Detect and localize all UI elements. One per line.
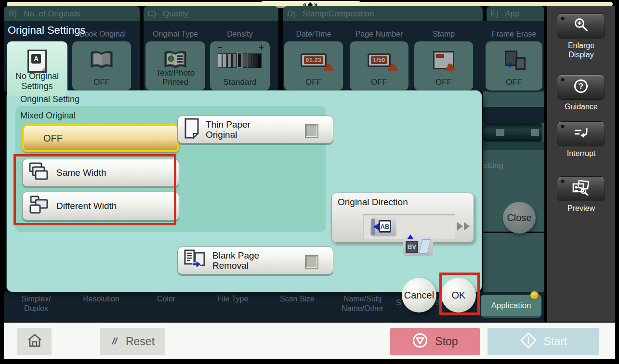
enlarge-display-button[interactable]: [557, 13, 605, 39]
svg-text:?: ?: [579, 82, 583, 91]
reset-slashes-icon: [110, 335, 119, 348]
home-button[interactable]: [17, 328, 52, 355]
original-direction-label: Original Direction: [338, 197, 408, 208]
cancel-button[interactable]: Cancel: [402, 278, 436, 312]
page-title: Original Settings: [8, 24, 85, 37]
thin-paper-original-button[interactable]: Thin Paper Original: [177, 116, 333, 143]
bottom-toolbar: Reset Stop Start: [4, 323, 615, 359]
thin-paper-icon: [184, 118, 200, 142]
mixed-original-label: Mixed Original: [20, 111, 76, 121]
annotation-box-ok: [439, 273, 480, 315]
start-icon: [520, 332, 537, 352]
mixed-original-off-button[interactable]: OFF: [22, 124, 179, 152]
preview-icon: [572, 180, 590, 197]
direction-vertical-icon[interactable]: AB: [403, 236, 433, 256]
stop-button[interactable]: Stop: [390, 328, 480, 355]
tile-no-original-settings-selected[interactable]: A No Original Settings: [7, 41, 67, 96]
annotation-box-width-buttons: [13, 154, 176, 225]
blank-page-removal-button[interactable]: Blank Page Removal: [177, 247, 333, 274]
original-settings-dialog: Original Setting Mixed Original OFF Same…: [7, 91, 482, 292]
guidance-button[interactable]: ?: [557, 75, 605, 100]
start-button[interactable]: Start: [487, 328, 599, 355]
thin-paper-checkbox[interactable]: [305, 124, 318, 138]
original-direction-panel[interactable]: Original Direction AB AB: [331, 193, 474, 243]
help-icon: ?: [573, 78, 589, 96]
preview-button[interactable]: [557, 176, 605, 201]
application-led-indicator: [530, 291, 539, 300]
hard-key-sidebar: EnlargeDisplay ? Guidance: [547, 6, 615, 322]
home-icon: [26, 333, 43, 351]
direction-more-arrow-icon[interactable]: [457, 222, 470, 233]
blank-page-checkbox[interactable]: [305, 255, 318, 269]
interrupt-icon: [573, 126, 589, 142]
interrupt-button[interactable]: [557, 121, 605, 146]
blank-page-removal-icon: [184, 249, 207, 273]
direction-horizontal-icon[interactable]: AB: [370, 217, 396, 236]
copier-touchscreen: «◆» etting Close B) No. of Originals C) …: [0, 0, 619, 364]
stop-icon: [412, 332, 428, 351]
reset-button[interactable]: Reset: [100, 328, 165, 355]
zoom-in-icon: [573, 17, 589, 35]
